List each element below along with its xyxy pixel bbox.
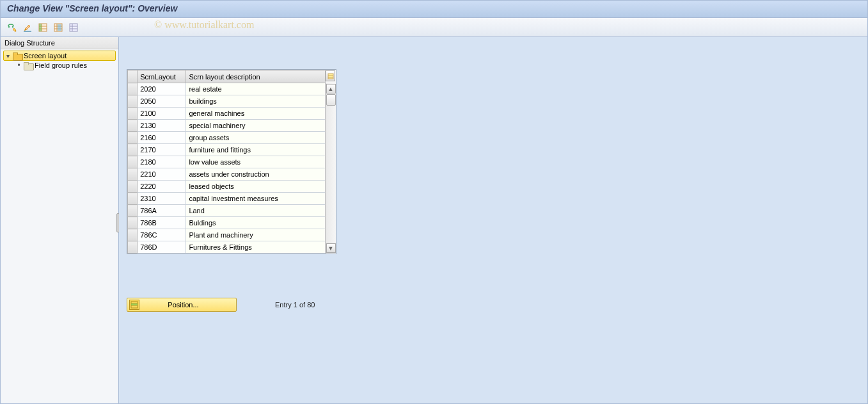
tree-item-label: Screen layout (24, 52, 67, 60)
position-button[interactable]: Position... (127, 298, 237, 312)
table-row[interactable]: 2100general machines (128, 108, 326, 120)
tree-item-screen-layout[interactable]: ▾ Screen layout (3, 51, 116, 61)
watermark-text: © www.tutorialkart.com (154, 19, 254, 31)
row-selector[interactable] (128, 144, 138, 156)
cell-description[interactable]: special machinery (186, 120, 326, 132)
cell-scrnlayout[interactable]: 786B (138, 217, 186, 229)
display-change-icon[interactable] (6, 21, 19, 34)
table-row[interactable]: 2130special machinery (128, 120, 326, 132)
cell-description[interactable]: capital investment measures (186, 193, 326, 205)
change-icon[interactable] (21, 21, 34, 34)
cell-description[interactable]: general machines (186, 108, 326, 120)
folder-closed-icon (24, 62, 33, 69)
cell-scrnlayout[interactable]: 2170 (138, 144, 186, 156)
svg-point-1 (12, 26, 13, 27)
cell-description[interactable]: Buldings (186, 217, 326, 229)
position-button-label: Position... (142, 301, 236, 309)
table-row[interactable]: 2050buildings (128, 95, 326, 108)
select-block-icon[interactable] (52, 21, 65, 34)
cell-description[interactable]: buildings (186, 95, 326, 108)
cell-description[interactable]: low value assets (186, 156, 326, 168)
table-row[interactable]: 2170furniture and fittings (128, 144, 326, 156)
table-row[interactable]: 2160group assets (128, 132, 326, 144)
table-row[interactable]: 786BBuldings (128, 217, 326, 229)
dialog-structure-panel: Dialog Structure ▾ Screen layout • Field… (1, 37, 119, 403)
cell-scrnlayout[interactable]: 2220 (138, 181, 186, 193)
row-selector[interactable] (128, 156, 138, 168)
cell-description[interactable]: Land (186, 205, 326, 217)
select-all-icon[interactable] (36, 21, 49, 34)
scroll-up-icon[interactable]: ▲ (326, 84, 336, 93)
application-toolbar: © www.tutorialkart.com (0, 18, 868, 37)
row-selector[interactable] (128, 229, 138, 241)
row-selector[interactable] (128, 168, 138, 181)
svg-rect-7 (39, 24, 42, 31)
table-row[interactable]: 786CPlant and machinery (128, 229, 326, 241)
svg-rect-23 (131, 303, 138, 305)
row-selector[interactable] (128, 132, 138, 144)
row-selector[interactable] (128, 83, 138, 95)
cell-scrnlayout[interactable]: 2130 (138, 120, 186, 132)
col-description[interactable]: Scrn layout description (186, 70, 326, 83)
row-selector[interactable] (128, 181, 138, 193)
scroll-track[interactable] (326, 94, 336, 243)
svg-rect-13 (70, 24, 77, 31)
cell-description[interactable]: furniture and fittings (186, 144, 326, 156)
cell-scrnlayout[interactable]: 2050 (138, 95, 186, 108)
sidebar-header: Dialog Structure (1, 37, 118, 49)
table-config-icon[interactable] (326, 70, 335, 81)
position-area: Position... Entry 1 of 80 (127, 298, 860, 312)
screen-layout-table-wrap: ScrnLayout Scrn layout description 2020r… (127, 69, 336, 254)
cell-scrnlayout[interactable]: 2020 (138, 83, 186, 95)
cell-scrnlayout[interactable]: 786A (138, 205, 186, 217)
deselect-all-icon[interactable] (67, 21, 80, 34)
cell-description[interactable]: real estate (186, 83, 326, 95)
cell-description[interactable]: assets under construction (186, 168, 326, 181)
table-row[interactable]: 786ALand (128, 205, 326, 217)
expander-icon[interactable]: ▾ (5, 53, 11, 60)
svg-rect-12 (58, 24, 61, 31)
row-selector[interactable] (128, 108, 138, 120)
table-row[interactable]: 2310capital investment measures (128, 193, 326, 205)
vertical-scrollbar[interactable]: ▲ ▼ (325, 83, 336, 254)
scroll-down-icon[interactable]: ▼ (326, 243, 336, 253)
row-selector[interactable] (128, 193, 138, 205)
entry-count-label: Entry 1 of 80 (275, 301, 315, 309)
cell-description[interactable]: leased objects (186, 181, 326, 193)
folder-open-icon (13, 53, 22, 60)
cell-scrnlayout[interactable]: 786C (138, 229, 186, 241)
cell-scrnlayout[interactable]: 2160 (138, 132, 186, 144)
table-row[interactable]: 2020real estate (128, 83, 326, 95)
table-row[interactable]: 2210assets under construction (128, 168, 326, 181)
row-selector[interactable] (128, 217, 138, 229)
row-selector-header[interactable] (128, 70, 138, 83)
cell-description[interactable]: Plant and machinery (186, 229, 326, 241)
cell-scrnlayout[interactable]: 2100 (138, 108, 186, 120)
dialog-structure-tree: ▾ Screen layout • Field group rules (1, 49, 118, 71)
main-area: Dialog Structure ▾ Screen layout • Field… (0, 37, 868, 404)
row-selector[interactable] (128, 120, 138, 132)
tree-item-field-group-rules[interactable]: • Field group rules (15, 61, 116, 70)
cell-description[interactable]: group assets (186, 132, 326, 144)
table-row[interactable]: 786DFurnitures & Fittings (128, 241, 326, 254)
cell-scrnlayout[interactable]: 2210 (138, 168, 186, 181)
cell-scrnlayout[interactable]: 2180 (138, 156, 186, 168)
table-row[interactable]: 2220leased objects (128, 181, 326, 193)
bullet-icon: • (16, 63, 22, 69)
col-scrnlayout[interactable]: ScrnLayout (138, 70, 186, 83)
page-title: Change View "Screen layout": Overview (0, 0, 868, 18)
row-selector[interactable] (128, 95, 138, 108)
svg-point-0 (8, 26, 10, 27)
tree-item-label: Field group rules (35, 61, 87, 69)
svg-rect-17 (328, 74, 333, 79)
screen-layout-table: ScrnLayout Scrn layout description 2020r… (127, 70, 326, 254)
row-selector[interactable] (128, 205, 138, 217)
cell-scrnlayout[interactable]: 786D (138, 241, 186, 254)
row-selector[interactable] (128, 241, 138, 254)
scroll-thumb[interactable] (326, 94, 336, 106)
position-icon (129, 300, 139, 310)
table-row[interactable]: 2180low value assets (128, 156, 326, 168)
content-area: ScrnLayout Scrn layout description 2020r… (119, 37, 867, 403)
cell-scrnlayout[interactable]: 2310 (138, 193, 186, 205)
cell-description[interactable]: Furnitures & Fittings (186, 241, 326, 254)
